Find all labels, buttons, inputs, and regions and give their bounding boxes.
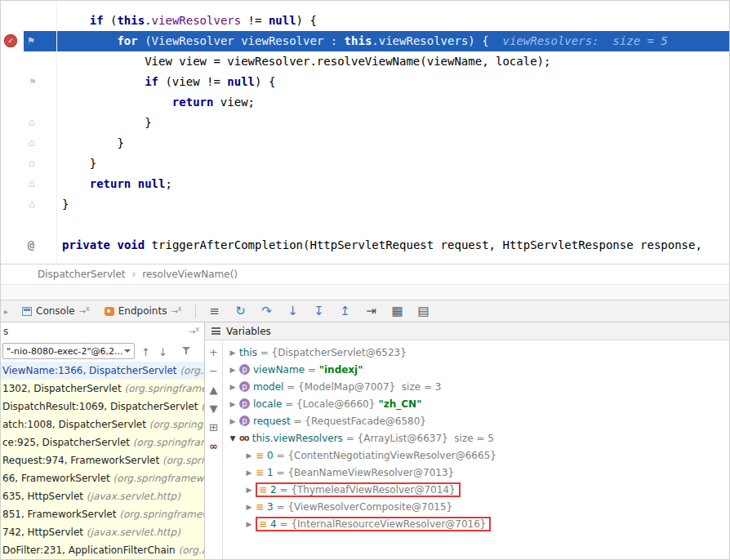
force-step-into-icon[interactable]: ↧ [310, 304, 328, 318]
code-line[interactable] [24, 215, 729, 235]
expand-icon[interactable]: ▶ [243, 451, 256, 460]
code-text: ) { [255, 75, 275, 88]
frame-location: ce:925, DispatcherServlet [2, 437, 133, 448]
code-text: viewResolvers [152, 14, 242, 27]
stack-frame[interactable]: atch:1008, DispatcherServlet (org.spring… [1, 416, 204, 433]
variable-name: 2 [270, 484, 277, 496]
expand-icon[interactable]: ▶ [243, 486, 256, 494]
bookmark-icon[interactable]: ⚑ [24, 34, 38, 47]
house-icon: ⌂ [25, 198, 38, 211]
execution-line[interactable]: for (ViewResolver viewResolver : this.vi… [24, 31, 729, 51]
move-watch-up-icon[interactable]: ▲ [210, 384, 218, 395]
parameter-icon: p [239, 416, 250, 426]
equals-sign: = [274, 467, 288, 478]
variable-row-locale[interactable]: ▶plocale = {Locale@6660} "zh_CN" [223, 395, 729, 412]
code-line[interactable]: if (view != null) { [24, 72, 729, 92]
step-into-icon[interactable]: ↓ [284, 304, 302, 318]
stack-frame[interactable]: DoFilter:231, ApplicationFilterChain (or… [1, 541, 204, 559]
code-editor[interactable]: if (this.viewResolvers != null) { for (V… [1, 1, 729, 264]
code-line[interactable]: } [24, 133, 729, 153]
stack-frame[interactable]: ViewName:1366, DispatcherServlet (org.sp… [1, 362, 204, 380]
thread-selector[interactable]: "-nio-8080-exec-2"@6,2... [2, 343, 135, 359]
code-line[interactable]: } [24, 153, 729, 174]
array-element-icon: ≡ [259, 484, 267, 496]
variable-row-this[interactable]: ▶this = {DispatcherServlet@6523} [223, 344, 729, 361]
code-area[interactable]: if (this.viewResolvers != null) { for (V… [1, 1, 729, 256]
variable-row-1[interactable]: ▶≡1 = {BeanNameViewResolver@7013} [223, 464, 729, 481]
expand-icon[interactable]: ▶ [226, 383, 239, 391]
expand-icon[interactable]: ▶ [226, 400, 239, 408]
view-as-table-icon[interactable]: ▦ [389, 304, 407, 318]
remove-watch-icon[interactable]: − [209, 366, 218, 376]
stack-frame[interactable]: 1302, DispatcherServlet (org.springframe… [1, 380, 204, 398]
variable-row-this-viewresolvers[interactable]: ▼oothis.viewResolvers = {ArrayList@6637}… [223, 429, 729, 447]
equals-sign: = [277, 518, 292, 530]
variable-row-2[interactable]: ▶≡2 = {ThymeleafViewResolver@7014} [223, 481, 729, 498]
stack-frame[interactable]: 66, FrameworkServlet (org.springframewor [1, 469, 204, 487]
expand-icon[interactable]: ▶ [243, 469, 256, 477]
menu-icon[interactable] [211, 327, 220, 335]
code-line[interactable]: } [24, 113, 729, 133]
variable-string-value: "indexj" [319, 364, 363, 376]
code-text [62, 96, 172, 109]
tab-endpoints[interactable]: Endpoints→x [101, 304, 185, 318]
array-element-icon: ≡ [256, 450, 264, 461]
frame-location: 742, HttpServlet [2, 527, 87, 538]
variables-panel: Variables +−▲▼⊞∞ ▶this = {DispatcherServ… [205, 322, 729, 560]
show-execution-point-icon[interactable]: ↻ [232, 304, 250, 318]
breadcrumb-method[interactable]: resolveViewName() [142, 269, 238, 280]
expand-icon[interactable]: ▶ [243, 520, 256, 528]
parameter-icon: p [239, 398, 250, 409]
expand-icon[interactable]: ▶ [226, 349, 239, 357]
run-to-cursor-icon[interactable]: ⇥ [363, 304, 381, 318]
duplicate-watch-icon[interactable]: ⊞ [209, 422, 218, 433]
move-watch-down-icon[interactable]: ▼ [210, 403, 218, 414]
add-watch-icon[interactable]: + [209, 347, 218, 358]
stack-frame[interactable]: Request:974, FrameworkServlet (org.sprin… [1, 451, 204, 469]
code-line[interactable]: return null; [24, 174, 729, 194]
code-line[interactable]: } [24, 194, 729, 215]
variable-row-4[interactable]: ▶≡4 = {InternalResourceViewResolver@7016… [223, 515, 729, 532]
code-text: ; [165, 177, 171, 190]
breadcrumb-class[interactable]: DispatcherServlet [38, 269, 125, 280]
collapse-icon[interactable]: ▼ [226, 434, 239, 442]
code-text: } [62, 116, 152, 129]
frame-nav-icons: ↑↓ [141, 344, 176, 359]
code-line[interactable]: View view = viewResolver.resolveViewName… [24, 51, 729, 72]
frame-up-icon[interactable]: ↑ [141, 346, 150, 358]
frames-panel-header: s →x [1, 322, 204, 340]
frame-location: 851, FrameworkServlet [2, 509, 119, 520]
tab-console[interactable]: Console→x [19, 304, 93, 318]
variable-row-3[interactable]: ▶≡3 = {ViewResolverComposite@7015} [223, 498, 729, 515]
variable-row-request[interactable]: ▶prequest = {RequestFacade@6580} [223, 412, 729, 429]
stack-frame[interactable]: 851, FrameworkServlet (org.springframewo [1, 505, 204, 523]
stack-frame[interactable]: 742, HttpServlet (javax.servlet.http) [1, 523, 204, 541]
step-out-icon[interactable]: ↥ [336, 304, 354, 318]
expand-icon[interactable]: ▶ [226, 417, 239, 425]
code-text: } [62, 157, 96, 170]
variable-name: this.viewResolvers [252, 433, 343, 444]
filter-icon[interactable] [182, 347, 190, 355]
variable-row-viewname[interactable]: ▶pviewName = "indexj" [223, 361, 729, 378]
frame-down-icon[interactable]: ↓ [158, 346, 167, 358]
tab-pin-icon: →x [171, 305, 181, 316]
step-over-icon[interactable]: ↷ [258, 304, 276, 318]
expand-icon[interactable]: ▶ [243, 503, 256, 511]
show-watches-icon[interactable]: ∞ [209, 441, 218, 451]
variable-row-0[interactable]: ▶≡0 = {ContentNegotiatingViewResolver@66… [223, 447, 729, 464]
expand-icon[interactable]: ▶ [226, 366, 239, 374]
stack-frame[interactable]: 635, HttpServlet (javax.servlet.http) [1, 487, 204, 505]
layout-settings-icon[interactable]: ▤ [415, 304, 433, 318]
breakpoint-icon[interactable]: ✓ [4, 34, 17, 47]
frames-panel: s →x "-nio-8080-exec-2"@6,2... ↑↓ ViewNa… [1, 322, 205, 560]
stack-frame[interactable]: DispatchResult:1069, DispatcherServlet (… [1, 398, 204, 416]
stack-frame[interactable]: ce:925, DispatcherServlet (org.springfra… [1, 433, 204, 451]
flag-icon: ⚑ [26, 75, 39, 88]
settings-menu-icon[interactable]: ≡ [206, 304, 224, 318]
equals-sign: = [283, 381, 298, 393]
code-line[interactable]: private void triggerAfterCompletion(Http… [24, 235, 729, 256]
variable-row-model[interactable]: ▶pmodel = {ModelMap@7007} size = 3 [223, 378, 729, 395]
code-line[interactable]: return view; [24, 92, 729, 113]
code-line[interactable]: if (this.viewResolvers != null) { [24, 11, 729, 31]
variable-text: 2 = {ThymeleafViewResolver@7014} [270, 484, 456, 496]
